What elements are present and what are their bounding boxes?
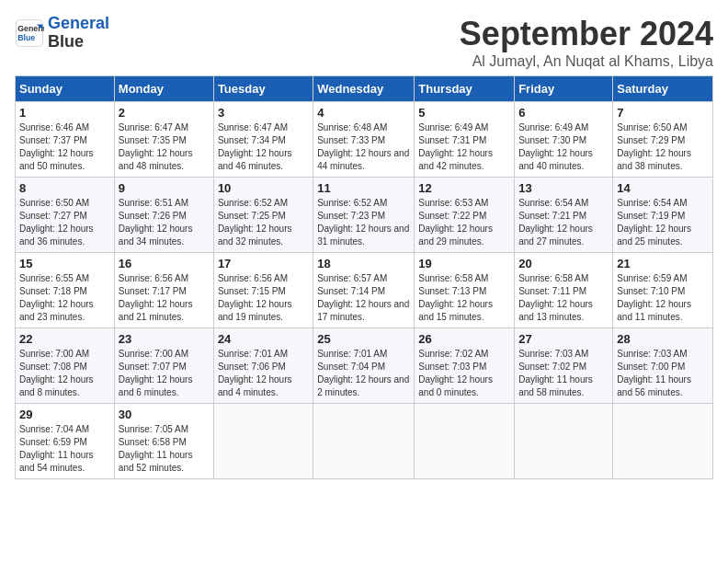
day-detail: Sunrise: 6:52 AM Sunset: 7:25 PM Dayligh… [218, 197, 309, 248]
day-number: 4 [317, 106, 410, 120]
day-detail: Sunrise: 7:00 AM Sunset: 7:08 PM Dayligh… [19, 348, 110, 399]
calendar-header-row: SundayMondayTuesdayWednesdayThursdayFrid… [16, 76, 713, 102]
day-detail: Sunrise: 6:58 AM Sunset: 7:13 PM Dayligh… [418, 272, 510, 324]
day-number: 8 [19, 181, 110, 195]
day-number: 21 [617, 257, 709, 270]
calendar-cell: 21 Sunrise: 6:59 AM Sunset: 7:10 PM Dayl… [613, 253, 713, 328]
header-friday: Friday [515, 76, 613, 102]
day-number: 20 [518, 257, 609, 270]
day-detail: Sunrise: 6:49 AM Sunset: 7:31 PM Dayligh… [418, 121, 510, 173]
location-subtitle: Al Jumayl, An Nuqat al Khams, Libya [460, 53, 713, 70]
calendar-cell: 19 Sunrise: 6:58 AM Sunset: 7:13 PM Dayl… [415, 253, 515, 328]
calendar-cell [313, 404, 415, 479]
day-detail: Sunrise: 6:56 AM Sunset: 7:17 PM Dayligh… [119, 272, 210, 324]
header-monday: Monday [114, 76, 213, 102]
calendar-cell: 24 Sunrise: 7:01 AM Sunset: 7:06 PM Dayl… [213, 328, 313, 404]
calendar-cell: 5 Sunrise: 6:49 AM Sunset: 7:31 PM Dayli… [415, 102, 515, 178]
calendar-body: 1 Sunrise: 6:46 AM Sunset: 7:37 PM Dayli… [16, 102, 713, 479]
calendar-cell: 7 Sunrise: 6:50 AM Sunset: 7:29 PM Dayli… [613, 102, 713, 178]
day-detail: Sunrise: 7:04 AM Sunset: 6:59 PM Dayligh… [19, 423, 110, 475]
day-detail: Sunrise: 7:00 AM Sunset: 7:07 PM Dayligh… [119, 348, 210, 399]
day-number: 23 [119, 332, 210, 346]
day-detail: Sunrise: 6:47 AM Sunset: 7:35 PM Dayligh… [119, 121, 210, 173]
calendar-cell [613, 404, 713, 479]
calendar-cell: 6 Sunrise: 6:49 AM Sunset: 7:30 PM Dayli… [515, 102, 613, 178]
logo: General Blue GeneralBlue [15, 15, 109, 52]
calendar-cell: 28 Sunrise: 7:03 AM Sunset: 7:00 PM Dayl… [613, 328, 713, 404]
day-number: 6 [518, 106, 609, 120]
day-detail: Sunrise: 7:03 AM Sunset: 7:00 PM Dayligh… [617, 348, 709, 399]
day-number: 18 [317, 257, 410, 270]
day-number: 26 [418, 332, 510, 346]
day-number: 29 [19, 408, 110, 421]
day-number: 25 [317, 332, 410, 346]
day-number: 28 [617, 332, 709, 346]
calendar-cell: 3 Sunrise: 6:47 AM Sunset: 7:34 PM Dayli… [213, 102, 313, 178]
day-detail: Sunrise: 7:01 AM Sunset: 7:06 PM Dayligh… [218, 348, 309, 399]
header-sunday: Sunday [16, 76, 115, 102]
calendar-cell: 9 Sunrise: 6:51 AM Sunset: 7:26 PM Dayli… [114, 178, 213, 253]
calendar-cell: 10 Sunrise: 6:52 AM Sunset: 7:25 PM Dayl… [213, 178, 313, 253]
day-number: 15 [19, 257, 110, 270]
calendar-week-3: 15 Sunrise: 6:55 AM Sunset: 7:18 PM Dayl… [16, 253, 713, 328]
calendar-cell: 25 Sunrise: 7:01 AM Sunset: 7:04 PM Dayl… [313, 328, 415, 404]
day-number: 14 [617, 181, 709, 195]
day-number: 10 [218, 181, 309, 195]
day-number: 3 [218, 106, 309, 120]
day-detail: Sunrise: 6:49 AM Sunset: 7:30 PM Dayligh… [518, 121, 609, 173]
calendar-week-5: 29 Sunrise: 7:04 AM Sunset: 6:59 PM Dayl… [16, 404, 713, 479]
day-detail: Sunrise: 6:54 AM Sunset: 7:21 PM Dayligh… [518, 197, 609, 248]
calendar-cell: 1 Sunrise: 6:46 AM Sunset: 7:37 PM Dayli… [16, 102, 115, 178]
day-detail: Sunrise: 7:05 AM Sunset: 6:58 PM Dayligh… [119, 423, 210, 475]
header-thursday: Thursday [415, 76, 515, 102]
month-title: September 2024 [460, 15, 713, 53]
calendar-cell: 8 Sunrise: 6:50 AM Sunset: 7:27 PM Dayli… [16, 178, 115, 253]
day-detail: Sunrise: 6:56 AM Sunset: 7:15 PM Dayligh… [218, 272, 309, 324]
day-number: 24 [218, 332, 309, 346]
calendar-week-4: 22 Sunrise: 7:00 AM Sunset: 7:08 PM Dayl… [16, 328, 713, 404]
day-detail: Sunrise: 6:50 AM Sunset: 7:29 PM Dayligh… [617, 121, 709, 173]
page-header: General Blue GeneralBlue September 2024 … [15, 15, 713, 70]
day-number: 2 [119, 106, 210, 120]
calendar-week-2: 8 Sunrise: 6:50 AM Sunset: 7:27 PM Dayli… [16, 178, 713, 253]
calendar-cell: 29 Sunrise: 7:04 AM Sunset: 6:59 PM Dayl… [16, 404, 115, 479]
calendar-cell: 23 Sunrise: 7:00 AM Sunset: 7:07 PM Dayl… [114, 328, 213, 404]
calendar-cell: 22 Sunrise: 7:00 AM Sunset: 7:08 PM Dayl… [16, 328, 115, 404]
calendar-cell: 4 Sunrise: 6:48 AM Sunset: 7:33 PM Dayli… [313, 102, 415, 178]
day-detail: Sunrise: 6:58 AM Sunset: 7:11 PM Dayligh… [518, 272, 609, 324]
day-number: 22 [19, 332, 110, 346]
day-detail: Sunrise: 7:02 AM Sunset: 7:03 PM Dayligh… [418, 348, 510, 399]
calendar-cell: 16 Sunrise: 6:56 AM Sunset: 7:17 PM Dayl… [114, 253, 213, 328]
day-number: 1 [19, 106, 110, 120]
calendar-cell: 30 Sunrise: 7:05 AM Sunset: 6:58 PM Dayl… [114, 404, 213, 479]
calendar-cell: 26 Sunrise: 7:02 AM Sunset: 7:03 PM Dayl… [415, 328, 515, 404]
day-detail: Sunrise: 6:52 AM Sunset: 7:23 PM Dayligh… [317, 197, 410, 248]
calendar-table: SundayMondayTuesdayWednesdayThursdayFrid… [15, 75, 713, 479]
day-number: 7 [617, 106, 709, 120]
day-detail: Sunrise: 7:01 AM Sunset: 7:04 PM Dayligh… [317, 348, 410, 399]
day-number: 13 [518, 181, 609, 195]
day-detail: Sunrise: 6:50 AM Sunset: 7:27 PM Dayligh… [19, 197, 110, 248]
day-number: 9 [119, 181, 210, 195]
calendar-cell: 11 Sunrise: 6:52 AM Sunset: 7:23 PM Dayl… [313, 178, 415, 253]
day-number: 19 [418, 257, 510, 270]
day-detail: Sunrise: 6:59 AM Sunset: 7:10 PM Dayligh… [617, 272, 709, 324]
logo-icon: General Blue [15, 18, 44, 48]
calendar-week-1: 1 Sunrise: 6:46 AM Sunset: 7:37 PM Dayli… [16, 102, 713, 178]
header-saturday: Saturday [613, 76, 713, 102]
day-number: 5 [418, 106, 510, 120]
calendar-cell: 14 Sunrise: 6:54 AM Sunset: 7:19 PM Dayl… [613, 178, 713, 253]
day-number: 17 [218, 257, 309, 270]
day-detail: Sunrise: 6:47 AM Sunset: 7:34 PM Dayligh… [218, 121, 309, 173]
day-detail: Sunrise: 6:55 AM Sunset: 7:18 PM Dayligh… [19, 272, 110, 324]
title-block: September 2024 Al Jumayl, An Nuqat al Kh… [460, 15, 713, 70]
calendar-cell: 27 Sunrise: 7:03 AM Sunset: 7:02 PM Dayl… [515, 328, 613, 404]
day-number: 12 [418, 181, 510, 195]
calendar-cell: 2 Sunrise: 6:47 AM Sunset: 7:35 PM Dayli… [114, 102, 213, 178]
header-wednesday: Wednesday [313, 76, 415, 102]
day-detail: Sunrise: 6:54 AM Sunset: 7:19 PM Dayligh… [617, 197, 709, 248]
calendar-cell: 20 Sunrise: 6:58 AM Sunset: 7:11 PM Dayl… [515, 253, 613, 328]
calendar-cell: 12 Sunrise: 6:53 AM Sunset: 7:22 PM Dayl… [415, 178, 515, 253]
day-number: 11 [317, 181, 410, 195]
calendar-cell: 18 Sunrise: 6:57 AM Sunset: 7:14 PM Dayl… [313, 253, 415, 328]
